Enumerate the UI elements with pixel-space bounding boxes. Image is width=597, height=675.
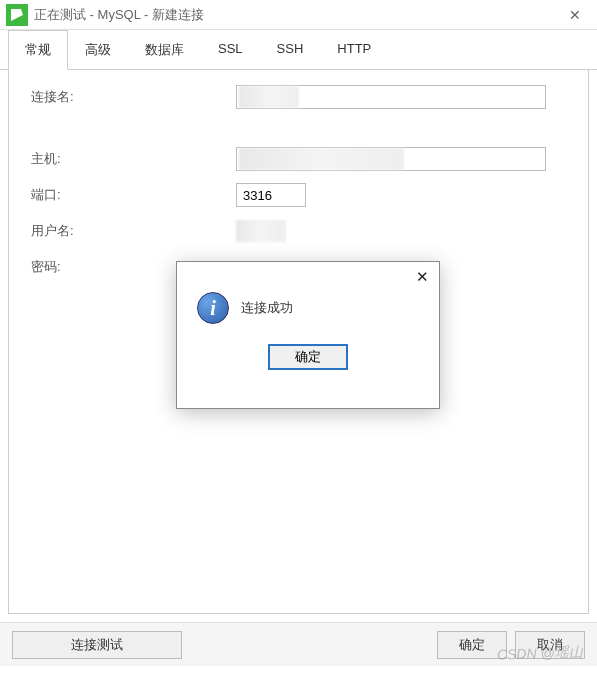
modal-message: 连接成功 xyxy=(241,299,293,317)
modal-dialog: ✕ i 连接成功 确定 xyxy=(176,261,440,409)
modal-overlay: ✕ i 连接成功 确定 xyxy=(0,0,597,675)
modal-ok-button[interactable]: 确定 xyxy=(268,344,348,370)
info-icon: i xyxy=(197,292,229,324)
close-icon[interactable]: ✕ xyxy=(416,268,429,286)
